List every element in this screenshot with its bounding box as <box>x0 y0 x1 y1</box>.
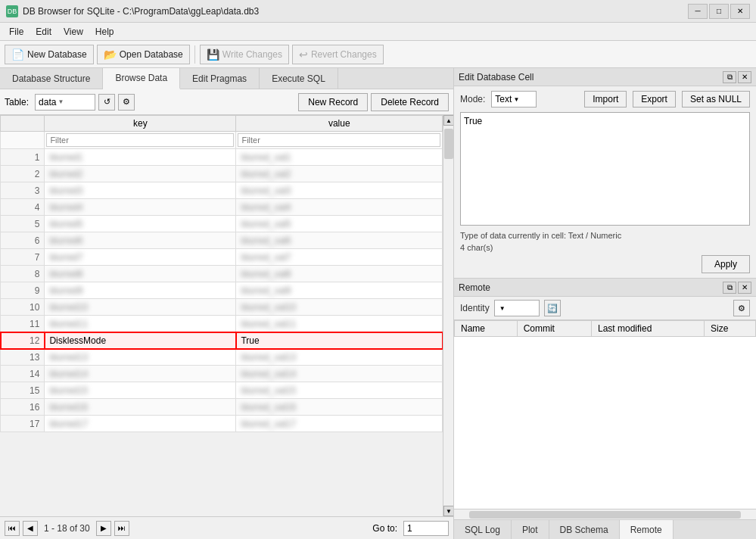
row-key[interactable]: blurred13 <box>45 349 236 366</box>
row-key[interactable]: DisklessMode <box>45 332 236 349</box>
table-row[interactable]: 2blurred2blurred_val2 <box>1 166 443 182</box>
filter-value-input[interactable] <box>238 133 440 147</box>
row-key[interactable]: blurred10 <box>45 299 236 316</box>
scroll-thumb[interactable] <box>444 129 453 159</box>
row-key[interactable]: blurred9 <box>45 282 236 299</box>
identity-select[interactable]: ▼ <box>494 300 540 316</box>
row-key[interactable]: blurred8 <box>45 266 236 282</box>
table-row[interactable]: 16blurred16blurred_val16 <box>1 399 443 416</box>
bottom-tab-sql-log[interactable]: SQL Log <box>454 520 512 539</box>
row-value[interactable]: blurred_val10 <box>236 299 443 316</box>
write-changes-button[interactable]: 💾 Write Changes <box>200 45 289 64</box>
row-key[interactable]: blurred1 <box>45 149 236 166</box>
scroll-up-button[interactable]: ▲ <box>443 115 453 126</box>
new-record-button[interactable]: New Record <box>298 93 368 111</box>
menu-file[interactable]: File <box>3 25 30 39</box>
row-key[interactable]: blurred2 <box>45 166 236 182</box>
set-null-button[interactable]: Set as NULL <box>682 91 750 107</box>
apply-button[interactable]: Apply <box>702 255 750 273</box>
mode-select[interactable]: Text ▼ <box>491 91 537 107</box>
tab-execute-sql[interactable]: Execute SQL <box>260 68 338 89</box>
row-key[interactable]: blurred15 <box>45 382 236 399</box>
row-key[interactable]: blurred3 <box>45 182 236 199</box>
filter-key-input[interactable] <box>46 133 234 147</box>
table-row[interactable]: 1blurred1blurred_val1 <box>1 149 443 166</box>
row-key[interactable]: blurred11 <box>45 316 236 332</box>
table-row[interactable]: 11blurred11blurred_val11 <box>1 316 443 332</box>
goto-input[interactable] <box>403 521 449 536</box>
float-button[interactable]: ⧉ <box>723 71 736 83</box>
next-page-button[interactable]: ▶ <box>96 521 111 536</box>
table-row[interactable]: 13blurred13blurred_val13 <box>1 349 443 366</box>
row-value[interactable]: blurred_val7 <box>236 249 443 266</box>
delete-record-button[interactable]: Delete Record <box>371 93 449 111</box>
row-value[interactable]: True <box>236 332 443 349</box>
row-value[interactable]: blurred_val3 <box>236 182 443 199</box>
row-value[interactable]: blurred_val2 <box>236 166 443 182</box>
menu-view[interactable]: View <box>58 25 89 39</box>
row-key[interactable]: blurred16 <box>45 399 236 416</box>
remote-float-button[interactable]: ⧉ <box>723 282 736 294</box>
table-row[interactable]: 9blurred9blurred_val9 <box>1 282 443 299</box>
row-value[interactable]: blurred_val9 <box>236 282 443 299</box>
row-value[interactable]: blurred_val14 <box>236 366 443 382</box>
open-database-button[interactable]: 📂 Open Database <box>97 45 190 64</box>
table-row[interactable]: 4blurred4blurred_val4 <box>1 199 443 216</box>
row-value[interactable]: blurred_val5 <box>236 216 443 232</box>
maximize-button[interactable]: □ <box>709 4 729 19</box>
horizontal-scrollbar[interactable] <box>454 509 756 519</box>
close-button[interactable]: ✕ <box>730 4 750 19</box>
row-value[interactable]: blurred_val1 <box>236 149 443 166</box>
close-panel-button[interactable]: ✕ <box>738 71 751 83</box>
bottom-tab-plot[interactable]: Plot <box>512 520 549 539</box>
new-database-button[interactable]: 📄 New Database <box>5 45 94 64</box>
row-value[interactable]: blurred_val4 <box>236 199 443 216</box>
table-row[interactable]: 5blurred5blurred_val5 <box>1 216 443 232</box>
menu-help[interactable]: Help <box>89 25 120 39</box>
remote-close-button[interactable]: ✕ <box>738 282 751 294</box>
h-scroll-thumb[interactable] <box>469 511 741 519</box>
first-page-button[interactable]: ⏮ <box>5 521 20 536</box>
minimize-button[interactable]: ─ <box>688 4 708 19</box>
filter-button[interactable]: ⚙ <box>118 94 135 111</box>
table-row[interactable]: 10blurred10blurred_val10 <box>1 299 443 316</box>
refresh-button[interactable]: ↺ <box>98 94 115 111</box>
row-value[interactable]: blurred_val11 <box>236 316 443 332</box>
row-key[interactable]: blurred6 <box>45 232 236 249</box>
prev-page-button[interactable]: ◀ <box>23 521 38 536</box>
row-value[interactable]: blurred_val17 <box>236 416 443 432</box>
row-value[interactable]: blurred_val15 <box>236 382 443 399</box>
row-key[interactable]: blurred17 <box>45 416 236 432</box>
row-value[interactable]: blurred_val8 <box>236 266 443 282</box>
menu-edit[interactable]: Edit <box>30 25 58 39</box>
import-button[interactable]: Import <box>584 91 627 107</box>
table-row[interactable]: 12DisklessModeTrue <box>1 332 443 349</box>
remote-refresh-button[interactable]: 🔄 <box>544 300 561 316</box>
table-row[interactable]: 14blurred14blurred_val14 <box>1 366 443 382</box>
row-value[interactable]: blurred_val6 <box>236 232 443 249</box>
export-button[interactable]: Export <box>633 91 676 107</box>
scroll-track[interactable] <box>443 126 453 506</box>
vertical-scrollbar[interactable]: ▲ ▼ <box>443 115 453 516</box>
table-row[interactable]: 3blurred3blurred_val3 <box>1 182 443 199</box>
table-row[interactable]: 15blurred15blurred_val15 <box>1 382 443 399</box>
tab-database-structure[interactable]: Database Structure <box>0 68 103 89</box>
revert-changes-button[interactable]: ↩ Revert Changes <box>292 45 384 64</box>
bottom-tab-remote[interactable]: Remote <box>620 520 674 539</box>
tab-browse-data[interactable]: Browse Data <box>103 68 180 89</box>
row-key[interactable]: blurred4 <box>45 199 236 216</box>
table-row[interactable]: 6blurred6blurred_val6 <box>1 232 443 249</box>
tab-edit-pragmas[interactable]: Edit Pragmas <box>180 68 260 89</box>
remote-settings-button[interactable]: ⚙ <box>733 300 750 316</box>
table-select[interactable]: data ▼ <box>35 94 95 111</box>
cell-editor[interactable]: True <box>460 112 750 226</box>
table-row[interactable]: 17blurred17blurred_val17 <box>1 416 443 432</box>
table-scroll[interactable]: key value <box>0 115 443 513</box>
table-row[interactable]: 7blurred7blurred_val7 <box>1 249 443 266</box>
row-value[interactable]: blurred_val16 <box>236 399 443 416</box>
row-key[interactable]: blurred5 <box>45 216 236 232</box>
row-key[interactable]: blurred14 <box>45 366 236 382</box>
bottom-tab-db-schema[interactable]: DB Schema <box>549 520 620 539</box>
scroll-down-button[interactable]: ▼ <box>443 506 453 516</box>
table-row[interactable]: 8blurred8blurred_val8 <box>1 266 443 282</box>
